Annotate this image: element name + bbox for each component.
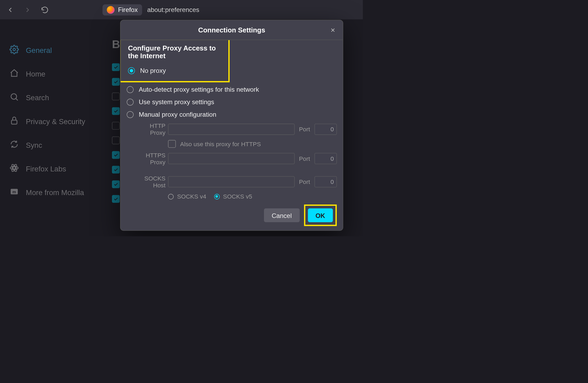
radio-label: Auto-detect proxy settings for this netw… bbox=[139, 86, 259, 93]
manual-proxy-grid: HTTP Proxy Port Also use this proxy for … bbox=[127, 122, 337, 201]
port-label: Port bbox=[297, 155, 312, 162]
radio-icon bbox=[214, 193, 220, 199]
radio-label: Manual proxy configuration bbox=[139, 111, 216, 118]
port-label: Port bbox=[297, 126, 312, 133]
radio-icon bbox=[168, 193, 174, 199]
url-chip-label: Firefox bbox=[118, 6, 138, 14]
url-text: about:preferences bbox=[147, 6, 199, 14]
socks-v4-label: SOCKS v4 bbox=[177, 193, 206, 200]
radio-manual[interactable]: Manual proxy configuration bbox=[127, 108, 337, 121]
socks-host-input[interactable] bbox=[168, 176, 295, 187]
port-label: Port bbox=[297, 178, 312, 185]
socks-host-label: SOCKS Host bbox=[134, 175, 165, 189]
radio-icon bbox=[127, 111, 133, 118]
forward-button[interactable] bbox=[21, 3, 35, 17]
firefox-icon bbox=[107, 6, 115, 14]
https-port-input[interactable] bbox=[314, 153, 337, 164]
close-button[interactable] bbox=[326, 24, 339, 37]
https-proxy-input[interactable] bbox=[168, 153, 295, 164]
dialog-title: Connection Settings bbox=[198, 26, 265, 34]
https-proxy-label: HTTPS Proxy bbox=[134, 151, 165, 165]
radio-label: No proxy bbox=[140, 67, 166, 74]
radio-system[interactable]: Use system proxy settings bbox=[127, 96, 337, 108]
radio-socks-v4[interactable]: SOCKS v4 bbox=[168, 193, 206, 200]
dialog-body: Configure Proxy Access to the Internet N… bbox=[121, 40, 343, 202]
reload-button[interactable] bbox=[38, 3, 52, 17]
toolbar: Firefox about:preferences bbox=[0, 0, 363, 19]
checkbox-icon bbox=[168, 140, 176, 148]
radio-icon bbox=[128, 67, 135, 74]
back-button[interactable] bbox=[3, 3, 17, 17]
radio-label: Use system proxy settings bbox=[139, 98, 214, 106]
http-proxy-input[interactable] bbox=[168, 124, 295, 135]
dialog-header: Connection Settings bbox=[121, 20, 343, 40]
also-https-row[interactable]: Also use this proxy for HTTPS bbox=[168, 139, 337, 149]
ok-button[interactable]: OK bbox=[308, 208, 333, 222]
radio-auto-detect[interactable]: Auto-detect proxy settings for this netw… bbox=[127, 83, 337, 96]
also-https-label: Also use this proxy for HTTPS bbox=[180, 140, 261, 147]
radio-icon bbox=[127, 86, 133, 93]
connection-settings-dialog: Connection Settings Configure Proxy Acce… bbox=[120, 20, 343, 231]
http-proxy-label: HTTP Proxy bbox=[134, 122, 165, 136]
cancel-button[interactable]: Cancel bbox=[264, 208, 300, 222]
configure-title: Configure Proxy Access to the Internet bbox=[121, 44, 225, 60]
proxy-highlight: Configure Proxy Access to the Internet N… bbox=[121, 40, 230, 82]
dialog-footer: Cancel OK bbox=[121, 202, 343, 230]
socks-v5-label: SOCKS v5 bbox=[223, 193, 252, 200]
close-icon bbox=[330, 27, 336, 33]
socks-port-input[interactable] bbox=[314, 176, 337, 187]
radio-no-proxy[interactable]: No proxy bbox=[121, 64, 225, 77]
dialog-overlay: Connection Settings Configure Proxy Acce… bbox=[0, 19, 363, 236]
radio-icon bbox=[127, 98, 133, 105]
ok-highlight: OK bbox=[304, 205, 337, 226]
http-port-input[interactable] bbox=[314, 124, 337, 135]
radio-socks-v5[interactable]: SOCKS v5 bbox=[214, 193, 252, 200]
url-identity-chip[interactable]: Firefox bbox=[103, 4, 142, 15]
